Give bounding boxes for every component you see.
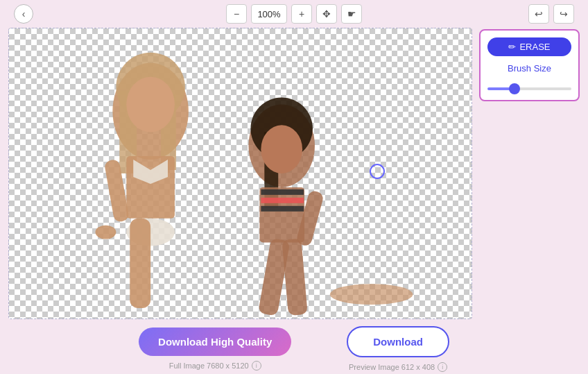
brush-size-label: Brush Size [508, 63, 551, 74]
svg-rect-18 [261, 206, 304, 212]
download-hq-button[interactable]: Download High Quality [139, 328, 291, 356]
svg-point-22 [330, 284, 413, 305]
back-button[interactable]: ‹ [14, 4, 33, 24]
svg-point-14 [261, 125, 302, 173]
svg-rect-15 [259, 187, 304, 243]
svg-rect-16 [261, 189, 304, 195]
erase-button[interactable]: ✏ ERASE [487, 37, 571, 56]
hand-icon: ☛ [347, 8, 356, 19]
svg-rect-17 [261, 198, 304, 203]
download-button[interactable]: Download [347, 326, 449, 357]
redo-icon: ↪ [560, 8, 568, 19]
zoom-level-display: 100% [251, 4, 287, 24]
zoom-out-icon: − [234, 8, 239, 19]
zoom-in-icon: + [299, 8, 304, 19]
download-hq-sublabel: Full Image 7680 x 5120 i [169, 361, 261, 371]
undo-button[interactable]: ↩ [528, 4, 549, 24]
zoom-out-button[interactable]: − [226, 4, 247, 24]
svg-point-4 [126, 77, 175, 133]
move-icon: ✥ [322, 8, 331, 19]
svg-rect-21 [282, 239, 307, 316]
download-info-icon[interactable]: i [438, 362, 447, 372]
hand-button[interactable]: ☛ [341, 4, 362, 24]
bottom-area: Download High Quality Full Image 7680 x … [0, 319, 588, 374]
zoom-in-button[interactable]: + [291, 4, 312, 24]
main-area: ✏ ERASE Brush Size [0, 28, 588, 319]
svg-point-10 [96, 226, 116, 239]
canvas-image[interactable] [9, 28, 472, 318]
eraser-icon: ✏ [508, 42, 516, 52]
back-icon: ‹ [22, 8, 26, 19]
undo-icon: ↩ [535, 8, 543, 19]
brush-slider-container [487, 80, 571, 93]
move-button[interactable]: ✥ [316, 4, 337, 24]
redo-button[interactable]: ↪ [553, 4, 574, 24]
canvas-container[interactable] [8, 28, 472, 319]
right-panel: ✏ ERASE Brush Size [479, 29, 580, 101]
download-hq-info-icon[interactable]: i [252, 361, 261, 371]
brush-size-slider[interactable] [487, 87, 571, 90]
svg-rect-8 [130, 219, 150, 308]
download-sublabel: Preview Image 612 x 408 i [349, 362, 447, 372]
toolbar: ‹ − 100% + ✥ ☛ ↩ ↪ [0, 0, 588, 28]
